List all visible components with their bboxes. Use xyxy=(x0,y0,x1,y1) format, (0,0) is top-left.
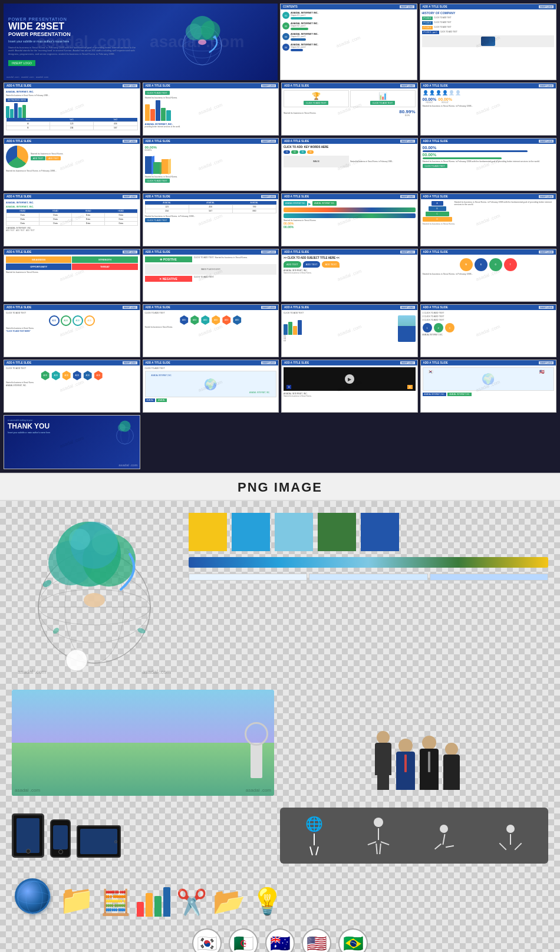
icon-lightbulb: 💡 xyxy=(251,886,284,917)
power-label: POWER PRESENTATION xyxy=(8,17,141,21)
slide-company-info[interactable]: ADD A TITLE SLIDE INSERT LOGO ASADAL INT… xyxy=(4,83,140,136)
person-4 xyxy=(443,743,460,790)
sh24: ADD A TITLE SLIDE INSERT LOGO xyxy=(421,360,556,365)
sb1: ASADAL INTERNET, INC. Started its busine… xyxy=(4,88,140,132)
globe-wm2: asadal .com xyxy=(142,669,171,675)
slide-pie[interactable]: ADD A TITLE SLIDE INSERT LOGO Started it… xyxy=(4,138,140,191)
png-divider: PNG IMAGE xyxy=(0,473,560,501)
history-logo: INSERT LOGO xyxy=(539,5,554,8)
contents-title: CONTENTS xyxy=(283,5,298,8)
png-devices xyxy=(12,808,268,864)
slide-map[interactable]: ADD A TITLE SLIDE INSERT LOGO CLICK TO A… xyxy=(143,360,279,413)
sh17: ADD A TITLE SLIDE INSERT LOGO xyxy=(4,305,140,310)
slide-building[interactable]: ADD A TITLE SLIDE INSERT LOGO CLICK TO A… xyxy=(281,304,418,357)
sb6: 00.00% 00.00% xyxy=(143,144,279,185)
sh13: ADD A TITLE SLIDE INSERT LOGO xyxy=(4,249,140,255)
icon-folder-open: 📂 xyxy=(213,886,245,917)
contents-slide[interactable]: CONTENTS INSERT LOGO 01 ASADAL INTERNET … xyxy=(280,4,417,80)
slide-click-add[interactable]: ADD A TITLE SLIDE INSERT LOGO CLICK TO A… xyxy=(4,304,140,357)
sb24: 🌍 🇰🇷 🇺🇸 ASADAL INTERNET, INC. ASADAL INT… xyxy=(421,365,556,398)
slide-thank-you[interactable]: a successful ending to your THANK YOU In… xyxy=(4,415,140,469)
slide-swot2[interactable]: ADD A TITLE SLIDE INSERT LOGO W S O T St… xyxy=(420,249,557,302)
png-cityscape: asadal .com asadal .com xyxy=(12,690,274,796)
slide-hex[interactable]: ADD A TITLE SLIDE INSERT LOGO CLICK TO A… xyxy=(143,304,279,357)
gradient-bar xyxy=(189,557,548,568)
slide-pos-neg[interactable]: ADD A TITLE SLIDE INSERT LOGO ✚ POSITIVE… xyxy=(143,249,279,302)
sh3: ADD A TITLE SLIDE INSERT LOGO xyxy=(282,83,417,88)
svg-point-29 xyxy=(137,627,146,634)
bars-19 xyxy=(284,320,396,335)
sb5: Started its business in Seoul Korea. ADD… xyxy=(4,144,140,174)
cover-subtitle: Insert your subtitle or main author's na… xyxy=(8,39,141,43)
row-1: asadal .com asadal .com POWER PRESENTATI… xyxy=(4,4,556,80)
globe-svg xyxy=(134,8,270,77)
sb17: CLICK TO ADD TEXT ADD ADD ADD ADD Starte… xyxy=(4,310,140,334)
svg-point-28 xyxy=(42,579,53,589)
slide-bar-chart[interactable]: ADD A TITLE SLIDE INSERT LOGO CLICK TO A… xyxy=(143,83,279,136)
sb7: CLICK TO ADD: KEY WORDS HERE 01 02 03 04… xyxy=(282,144,417,169)
pyramid-vis: A B C D xyxy=(423,201,452,222)
sb3: 🏆 CLICK TO ADD TEXT 📊 CLICK TO ADD TEXT … xyxy=(282,88,417,118)
history-title: ADD A TITLE SLIDE xyxy=(423,5,447,8)
sb16: W S O T Started its business in Seoul Ko… xyxy=(421,255,556,277)
sh4: ADD A TITLE SLIDE INSERT LOGO xyxy=(421,83,556,88)
swatch-blue xyxy=(232,513,270,551)
table-9: HEADHEADHEADHEAD DataDataDataData DataDa… xyxy=(6,209,138,226)
sb10: ASADALASADALASADAL 123456789 234567890 S… xyxy=(143,199,279,225)
sh16: ADD A TITLE SLIDE INSERT LOGO xyxy=(421,249,556,255)
slide-hex2[interactable]: ADD A TITLE SLIDE INSERT LOGO CLICK TO A… xyxy=(4,360,140,413)
slide-map-flags[interactable]: ADD A TITLE SLIDE INSERT LOGO 🌍 🇰🇷 🇺🇸 AS… xyxy=(420,360,557,413)
history-slide[interactable]: ADD A TITLE SLIDE INSERT LOGO HISTORY OF… xyxy=(420,4,557,80)
slide-video[interactable]: ADD A TITLE SLIDE INSERT LOGO ▶ 3 2 ASAD… xyxy=(281,360,418,413)
cover-title-1: WIDE 29SET xyxy=(8,21,141,32)
cover-desc: Started its business in Seoul Korea. in … xyxy=(8,46,141,56)
sb22: CLICK TO ADD TEXT 🌍 ASADAL INTERNET, INC… xyxy=(143,365,279,404)
slide-table2[interactable]: ADD A TITLE SLIDE INSERT LOGO ASADALASAD… xyxy=(143,193,279,246)
slide-people-chart[interactable]: ADD A TITLE SLIDE INSERT LOGO 👤👤 👤👤 👤👤 0… xyxy=(420,83,557,136)
insert-logo-btn[interactable]: INSERT LOGO xyxy=(8,60,35,66)
sb8: 00.00% 00.00% Started its business in Se… xyxy=(421,144,556,170)
slide-3d-bars[interactable]: ADD A TITLE SLIDE INSERT LOGO 00.00% 00.… xyxy=(143,138,279,191)
slide-arrows[interactable]: ADD A TITLE SLIDE INSERT LOGO ASADAL INT… xyxy=(281,193,418,246)
swatch-green xyxy=(318,513,356,551)
png-stickfigs: 🌐 xyxy=(280,808,548,864)
sb20: 1 CLICK TO ADD TEXT 2 CLICK TO ADD TEXT … xyxy=(421,310,556,338)
sh19: ADD A TITLE SLIDE INSERT LOGO xyxy=(282,305,417,310)
slide-swot[interactable]: ADD A TITLE SLIDE INSERT LOGO WEAKNESS S… xyxy=(4,249,140,302)
device-tablet-v xyxy=(12,813,44,858)
flag-kr: 🇰🇷 xyxy=(192,928,222,952)
png-globe-svg xyxy=(12,513,177,678)
svg-point-12 xyxy=(118,424,126,431)
sh11: ADD A TITLE SLIDE INSERT LOGO xyxy=(282,194,417,199)
slide-click-add2[interactable]: ADD A TITLE SLIDE INSERT LOGO 1 CLICK TO… xyxy=(420,304,557,357)
cover-slide[interactable]: asadal .com asadal .com POWER PRESENTATI… xyxy=(4,4,278,80)
hex-grid-21: ADD ADD ADD ADD ADD ADD xyxy=(6,371,138,380)
all-slides-grid: ADD A TITLE SLIDE INSERT LOGO ASADAL INT… xyxy=(4,83,556,469)
sb13: WEAKNESS STRENGTH OPPORTUNITY THREAT Sta… xyxy=(4,255,140,275)
swatch-darkblue xyxy=(361,513,399,551)
sb11: ASADAL INTERNET INC. ▶ ASADAL INTERNET I… xyxy=(282,199,417,230)
sh14: ADD A TITLE SLIDE INSERT LOGO xyxy=(143,249,279,255)
contents-logo: INSERT LOGO xyxy=(400,5,414,8)
sb14: ✚ POSITIVE CLICK TO ADD TEXT. Started it… xyxy=(143,255,279,284)
svg-point-33 xyxy=(18,892,51,904)
slide-percentages[interactable]: ADD A TITLE SLIDE INSERT LOGO 00.00% 00.… xyxy=(420,138,557,191)
mini-table-1: ItemVal1Val2 A123456 B234567 xyxy=(6,118,138,130)
icon-calculator: 🧮 xyxy=(100,888,131,917)
cover-wm-bottom: asadal .com asadal .com asadal .com xyxy=(6,75,48,78)
contents-header: CONTENTS INSERT LOGO xyxy=(281,4,417,9)
slide-pyramid[interactable]: ADD A TITLE SLIDE INSERT LOGO A B C D St… xyxy=(420,193,557,246)
click-btn-2: CLICK TO ADD TEXT xyxy=(145,91,170,95)
slide-speech[interactable]: ADD A TITLE SLIDE INSERT LOGO >> CLICK T… xyxy=(281,249,418,302)
sh22: ADD A TITLE SLIDE INSERT LOGO xyxy=(143,360,279,365)
slide-icons-click[interactable]: ADD A TITLE SLIDE INSERT LOGO 🏆 CLICK TO… xyxy=(281,83,418,136)
cover-title-2: POWER PRESENTATION xyxy=(8,32,141,38)
sh10: ADD A TITLE SLIDE INSERT LOGO xyxy=(143,194,279,199)
sh21: ADD A TITLE SLIDE INSERT LOGO xyxy=(4,360,140,365)
slide-keywords[interactable]: ADD A TITLE SLIDE INSERT LOGO CLICK TO A… xyxy=(281,138,418,191)
svg-point-8 xyxy=(198,39,206,44)
slide-table1[interactable]: ADD A TITLE SLIDE INSERT LOGO ASADAL INT… xyxy=(4,193,140,246)
png-row-3: 🌐 xyxy=(12,808,548,864)
sb23: ▶ 3 2 ASADAL INTERNET, INC. Started its … xyxy=(282,365,417,399)
png-title: PNG IMAGE xyxy=(0,480,560,495)
